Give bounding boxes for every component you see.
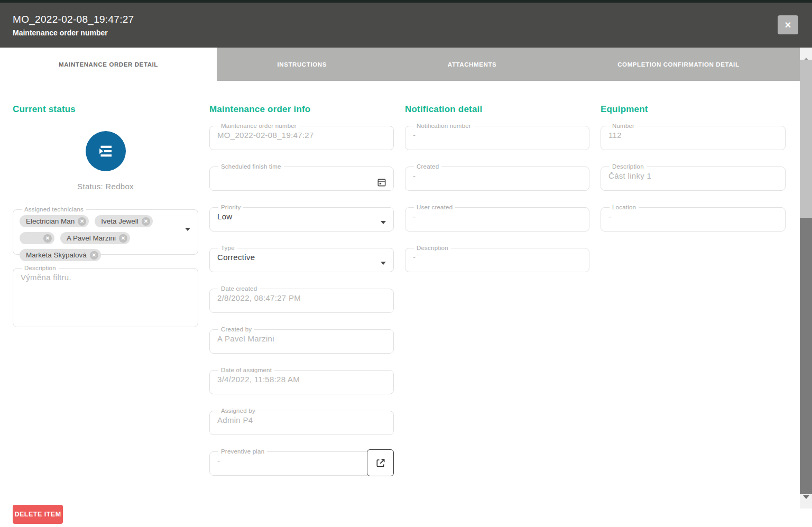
chip-remove-icon[interactable]: ✕ xyxy=(142,217,150,226)
dialog-title: MO_2022-02-08_19:47:27 xyxy=(13,14,134,25)
field-label: Preventive plan xyxy=(218,448,267,455)
equipment-description-field: Description Část linky 1 xyxy=(601,163,786,191)
field-label: Priority xyxy=(218,204,243,210)
chevron-down-icon xyxy=(803,495,809,507)
field-value: 112 xyxy=(607,129,779,140)
field-value: MO_2022-02-08_19:47:27 xyxy=(216,129,387,140)
chip-label: A Pavel Marzini xyxy=(67,234,116,242)
field-label: Type xyxy=(218,245,237,251)
chip-remove-icon[interactable]: ✕ xyxy=(78,217,86,226)
notification-user-created-field: User created - xyxy=(405,204,589,232)
technician-chip[interactable]: ✕ xyxy=(20,232,54,244)
field-value: 2/8/2022, 08:47:27 PM xyxy=(216,292,387,302)
field-value: - xyxy=(412,251,583,262)
field-value: - xyxy=(412,129,583,140)
chip-label: Electrician Man xyxy=(26,217,75,225)
field-label: Number xyxy=(610,123,637,129)
field-label: Description xyxy=(414,245,451,251)
dialog-header: MO_2022-02-08_19:47:27 Maintenance order… xyxy=(0,3,812,48)
equipment-column: Equipment Number 112 Description Část li… xyxy=(601,104,786,489)
field-label: Date created xyxy=(218,285,260,292)
field-value: Admin P4 xyxy=(216,414,387,424)
tab-attachments[interactable]: ATTACHMENTS xyxy=(387,48,557,81)
scrollbar-track-upper[interactable] xyxy=(800,60,812,218)
status-description-value: Výměna filtru. xyxy=(20,271,191,282)
tab-bar: MAINTENANCE ORDER DETAIL INSTRUCTIONS AT… xyxy=(0,48,800,81)
field-label: Maintenance order number xyxy=(218,123,299,129)
technician-chip[interactable]: Markéta Skýpalová ✕ xyxy=(20,249,101,261)
field-value: - xyxy=(216,455,387,465)
field-label: Created xyxy=(414,163,441,170)
status-circle xyxy=(86,131,126,171)
field-value: Corrective xyxy=(216,251,387,262)
tab-completion-confirmation-detail[interactable]: COMPLETION CONFIRMATION DETAIL xyxy=(557,48,800,81)
technician-chip[interactable]: A Pavel Marzini ✕ xyxy=(60,232,130,244)
notification-column: Notification detail Notification number … xyxy=(405,104,589,489)
tab-instructions[interactable]: INSTRUCTIONS xyxy=(217,48,387,81)
technician-chip[interactable]: Electrician Man ✕ xyxy=(20,215,89,227)
chip-remove-icon[interactable]: ✕ xyxy=(43,234,52,243)
technician-chip-list: Electrician Man ✕ Iveta Jewell ✕ ✕ A Pav… xyxy=(20,212,178,261)
field-label: Description xyxy=(610,163,647,170)
field-value: - xyxy=(607,210,779,221)
status-description-field: Description Výměna filtru. xyxy=(13,265,198,327)
assigned-technicians-label: Assigned technicians xyxy=(22,206,86,212)
status-description-label: Description xyxy=(22,265,59,271)
type-select[interactable]: Type Corrective xyxy=(209,245,394,272)
field-value: - xyxy=(412,210,583,221)
created-by-field: Created by A Pavel Marzini xyxy=(209,326,394,354)
assigned-technicians-field[interactable]: Assigned technicians Electrician Man ✕ I… xyxy=(13,206,198,255)
order-info-heading: Maintenance order info xyxy=(209,104,394,115)
scheduled-finish-time-field[interactable]: Scheduled finish time xyxy=(209,163,394,191)
close-icon: ✕ xyxy=(785,20,791,30)
notification-description-field: Description - xyxy=(405,245,589,272)
chip-remove-icon[interactable]: ✕ xyxy=(90,251,98,260)
equipment-number-field: Number 112 xyxy=(601,123,786,150)
assigned-by-field: Assigned by Admin P4 xyxy=(209,408,394,435)
current-status-heading: Current status xyxy=(13,104,198,115)
field-value: 3/4/2022, 11:58:28 AM xyxy=(216,373,387,384)
preventive-plan-field: Preventive plan - xyxy=(209,448,394,476)
field-value: - xyxy=(412,170,583,180)
playlist-status-icon xyxy=(96,141,116,161)
date-of-assigment-field: Date of assigment 3/4/2022, 11:58:28 AM xyxy=(209,367,394,394)
current-status-column: Current status Status: Redbox Assigned t… xyxy=(13,104,198,489)
date-created-field: Date created 2/8/2022, 08:47:27 PM xyxy=(209,285,394,313)
field-label: Notification number xyxy=(414,123,474,129)
field-label: Created by xyxy=(218,326,254,332)
chip-label: Markéta Skýpalová xyxy=(26,251,87,259)
open-external-icon xyxy=(375,458,386,468)
maintenance-order-number-field: Maintenance order number MO_2022-02-08_1… xyxy=(209,123,394,150)
dialog-content: Current status Status: Redbox Assigned t… xyxy=(0,81,800,500)
chevron-down-icon[interactable] xyxy=(381,221,386,224)
chevron-down-icon[interactable] xyxy=(381,262,386,265)
dialog-subtitle: Maintenance order number xyxy=(13,29,108,37)
calendar-icon[interactable] xyxy=(374,176,389,190)
tab-maintenance-order-detail[interactable]: MAINTENANCE ORDER DETAIL xyxy=(0,48,217,81)
dialog-footer: DELETE ITEM xyxy=(0,500,800,527)
chip-remove-icon[interactable]: ✕ xyxy=(119,234,127,243)
scrollbar-track[interactable] xyxy=(800,48,812,508)
open-preventive-plan-button[interactable] xyxy=(367,449,394,476)
field-label: Date of assigment xyxy=(218,367,274,373)
priority-select[interactable]: Priority Low xyxy=(209,204,394,232)
scrollbar-up-button[interactable] xyxy=(800,48,812,59)
equipment-location-field: Location - xyxy=(601,204,786,232)
order-info-column: Maintenance order info Maintenance order… xyxy=(209,104,394,489)
field-label: Location xyxy=(610,204,639,210)
technician-chip[interactable]: Iveta Jewell ✕ xyxy=(95,215,153,227)
notification-number-field: Notification number - xyxy=(405,123,589,150)
field-value: Část linky 1 xyxy=(607,170,779,180)
status-text: Status: Redbox xyxy=(13,182,198,191)
scrollbar-down-button[interactable] xyxy=(800,497,812,508)
chevron-down-icon[interactable] xyxy=(185,228,190,231)
delete-item-button[interactable]: DELETE ITEM xyxy=(13,505,63,524)
equipment-heading: Equipment xyxy=(601,104,786,115)
chip-label: Iveta Jewell xyxy=(101,217,139,225)
close-button[interactable]: ✕ xyxy=(778,15,798,34)
field-value: A Pavel Marzini xyxy=(216,332,387,343)
field-value xyxy=(216,170,387,171)
scrollbar-thumb[interactable] xyxy=(800,218,812,494)
field-label: Scheduled finish time xyxy=(218,163,284,170)
field-value: Low xyxy=(216,210,387,221)
